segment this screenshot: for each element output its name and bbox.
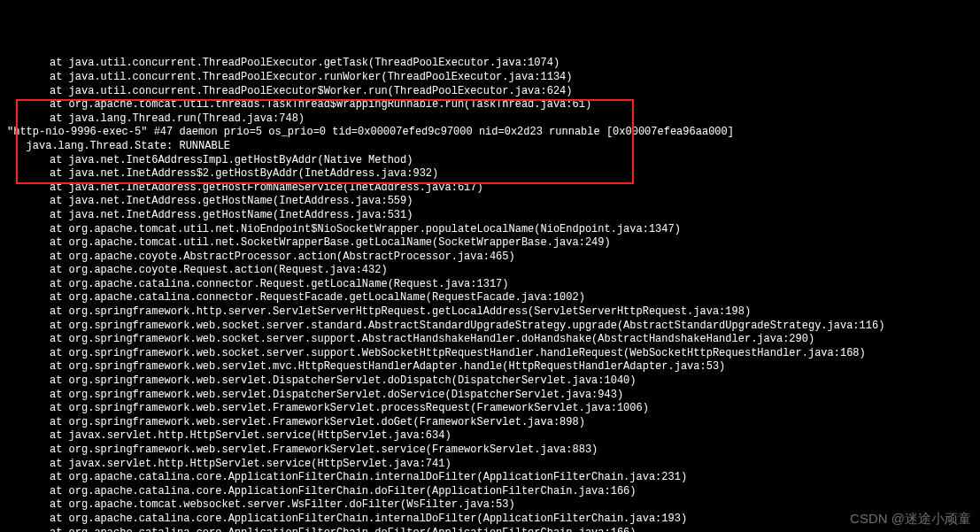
stack-trace-line: at java.net.Inet6AddressImpl.getHostByAd… bbox=[0, 154, 980, 168]
stack-trace-line: at org.apache.tomcat.websocket.server.Ws… bbox=[0, 498, 980, 513]
stack-trace-line: at org.springframework.web.servlet.Frame… bbox=[0, 402, 980, 416]
stack-trace-line: at java.net.InetAddress.getHostName(Inet… bbox=[0, 195, 980, 209]
stack-trace-line: at org.springframework.web.socket.server… bbox=[0, 320, 980, 334]
stack-trace-line: at org.springframework.web.servlet.mvc.H… bbox=[0, 360, 980, 374]
stack-trace-line: at org.springframework.web.servlet.Dispa… bbox=[0, 374, 980, 389]
stack-trace-line: at org.apache.tomcat.util.net.NioEndpoin… bbox=[0, 223, 980, 237]
stack-trace-line: at javax.servlet.http.HttpServlet.servic… bbox=[0, 429, 980, 443]
stack-trace-line: at org.springframework.web.socket.server… bbox=[0, 347, 980, 361]
stack-trace-line: at javax.servlet.http.HttpServlet.servic… bbox=[0, 458, 980, 472]
stack-trace-line: at org.springframework.web.socket.server… bbox=[0, 333, 980, 347]
stack-trace-line: at java.net.InetAddress.getHostName(Inet… bbox=[0, 209, 980, 223]
stack-trace-line: java.lang.Thread.State: RUNNABLE bbox=[0, 140, 980, 154]
stack-trace-line: at org.apache.catalina.connector.Request… bbox=[0, 278, 980, 292]
stack-trace-line: at org.apache.coyote.AbstractProcessor.a… bbox=[0, 251, 980, 265]
stack-trace-line: at java.util.concurrent.ThreadPoolExecut… bbox=[0, 57, 980, 71]
stack-trace-line: at org.apache.catalina.core.ApplicationF… bbox=[0, 485, 980, 499]
stack-trace-line: at org.apache.coyote.Request.action(Requ… bbox=[0, 264, 980, 278]
stack-trace-line: at java.net.InetAddress.getHostFromNameS… bbox=[0, 181, 980, 196]
stack-trace-line: "http-nio-9996-exec-5" #47 daemon prio=5… bbox=[0, 126, 980, 140]
stack-trace-line: at org.springframework.web.servlet.Frame… bbox=[0, 416, 980, 430]
stack-trace-line: at org.springframework.http.server.Servl… bbox=[0, 305, 980, 320]
stack-trace-line: at java.net.InetAddress$2.getHostByAddr(… bbox=[0, 167, 980, 181]
stack-trace-line: at java.util.concurrent.ThreadPoolExecut… bbox=[0, 71, 980, 85]
stack-trace-line: at org.apache.tomcat.util.net.SocketWrap… bbox=[0, 236, 980, 251]
stack-trace-line: at java.util.concurrent.ThreadPoolExecut… bbox=[0, 85, 980, 99]
stack-trace-line: at org.springframework.web.servlet.Frame… bbox=[0, 443, 980, 458]
stack-trace-line: at org.springframework.web.servlet.Dispa… bbox=[0, 389, 980, 403]
stack-trace-line: at java.lang.Thread.run(Thread.java:748) bbox=[0, 112, 980, 127]
stack-trace-line: at org.apache.catalina.core.ApplicationF… bbox=[0, 471, 980, 485]
stack-trace-line: at org.apache.tomcat.util.threads.TaskTh… bbox=[0, 98, 980, 112]
stack-trace-line: at org.apache.catalina.core.ApplicationF… bbox=[0, 513, 980, 527]
stack-trace-line: at org.apache.catalina.core.ApplicationF… bbox=[0, 527, 980, 532]
terminal-output: at java.util.concurrent.ThreadPoolExecut… bbox=[0, 57, 980, 532]
stack-trace-line: at org.apache.catalina.connector.Request… bbox=[0, 291, 980, 305]
